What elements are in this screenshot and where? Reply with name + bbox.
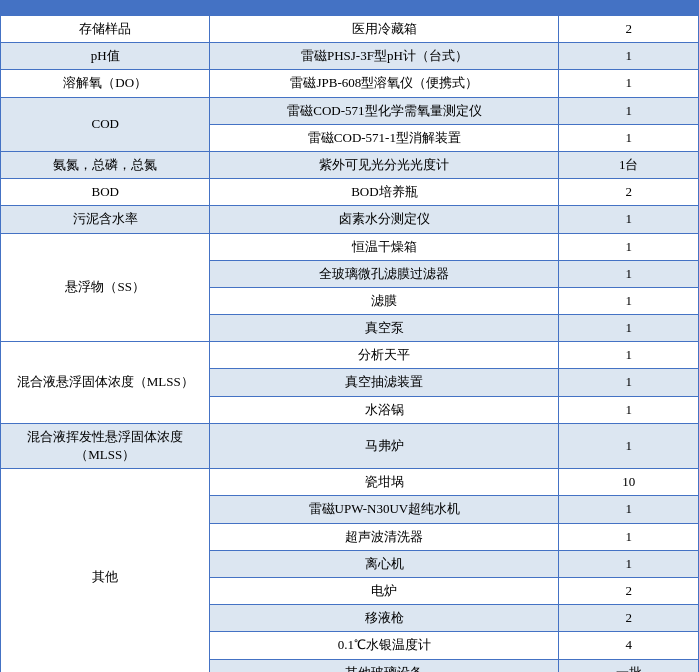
cell-equipment-name: 医用冷藏箱 bbox=[210, 16, 559, 43]
cell-indicator: 存储样品 bbox=[1, 16, 210, 43]
cell-equipment-name: 超声波清洗器 bbox=[210, 523, 559, 550]
table-row: 其他瓷坩埚10 bbox=[1, 469, 699, 496]
cell-indicator: 混合液挥发性悬浮固体浓度（MLSS） bbox=[1, 423, 210, 468]
cell-equipment-name: 卤素水分测定仪 bbox=[210, 206, 559, 233]
table-row: 混合液悬浮固体浓度（MLSS）分析天平1 bbox=[1, 342, 699, 369]
cell-equipment-count: 1 bbox=[559, 43, 699, 70]
cell-indicator: COD bbox=[1, 97, 210, 151]
cell-equipment-name: 电炉 bbox=[210, 577, 559, 604]
cell-equipment-count: 1 bbox=[559, 260, 699, 287]
cell-equipment-name: 紫外可见光分光光度计 bbox=[210, 151, 559, 178]
table-row: pH值雷磁PHSJ-3F型pH计（台式）1 bbox=[1, 43, 699, 70]
cell-equipment-count: 1 bbox=[559, 124, 699, 151]
table-row: BODBOD培养瓶2 bbox=[1, 179, 699, 206]
table-row: 悬浮物（SS）恒温干燥箱1 bbox=[1, 233, 699, 260]
cell-equipment-name: 离心机 bbox=[210, 550, 559, 577]
cell-equipment-name: 0.1℃水银温度计 bbox=[210, 632, 559, 659]
cell-equipment-name: 雷磁JPB-608型溶氧仪（便携式） bbox=[210, 70, 559, 97]
cell-equipment-count: 1 bbox=[559, 206, 699, 233]
cell-equipment-name: 其他玻璃设备 bbox=[210, 659, 559, 672]
cell-indicator: BOD bbox=[1, 179, 210, 206]
table-row: 溶解氧（DO）雷磁JPB-608型溶氧仪（便携式）1 bbox=[1, 70, 699, 97]
cell-equipment-count: 1 bbox=[559, 496, 699, 523]
cell-equipment-name: 恒温干燥箱 bbox=[210, 233, 559, 260]
cell-equipment-name: 雷磁COD-571-1型消解装置 bbox=[210, 124, 559, 151]
cell-equipment-name: 真空抽滤装置 bbox=[210, 369, 559, 396]
cell-equipment-count: 4 bbox=[559, 632, 699, 659]
table-row: COD雷磁COD-571型化学需氧量测定仪1 bbox=[1, 97, 699, 124]
cell-equipment-count: 1 bbox=[559, 369, 699, 396]
cell-equipment-count: 1 bbox=[559, 396, 699, 423]
cell-equipment-count: 2 bbox=[559, 577, 699, 604]
cell-equipment-name: 真空泵 bbox=[210, 315, 559, 342]
table-row: 污泥含水率卤素水分测定仪1 bbox=[1, 206, 699, 233]
cell-indicator: 溶解氧（DO） bbox=[1, 70, 210, 97]
cell-indicator: 其他 bbox=[1, 469, 210, 672]
cell-equipment-name: 全玻璃微孔滤膜过滤器 bbox=[210, 260, 559, 287]
cell-indicator: 混合液悬浮固体浓度（MLSS） bbox=[1, 342, 210, 424]
cell-indicator: pH值 bbox=[1, 43, 210, 70]
header-indicator bbox=[1, 1, 210, 16]
cell-equipment-count: 1 bbox=[559, 342, 699, 369]
table-header-row bbox=[1, 1, 699, 16]
cell-equipment-name: 滤膜 bbox=[210, 287, 559, 314]
cell-indicator: 氨氮，总磷，总氮 bbox=[1, 151, 210, 178]
table-row: 存储样品医用冷藏箱2 bbox=[1, 16, 699, 43]
cell-equipment-count: 10 bbox=[559, 469, 699, 496]
cell-equipment-count: 2 bbox=[559, 605, 699, 632]
main-table-container: 存储样品医用冷藏箱2pH值雷磁PHSJ-3F型pH计（台式）1溶解氧（DO）雷磁… bbox=[0, 0, 699, 672]
cell-indicator: 悬浮物（SS） bbox=[1, 233, 210, 342]
cell-equipment-name: BOD培养瓶 bbox=[210, 179, 559, 206]
cell-equipment-count: 1 bbox=[559, 423, 699, 468]
cell-equipment-name: 马弗炉 bbox=[210, 423, 559, 468]
table-row: 混合液挥发性悬浮固体浓度（MLSS）马弗炉1 bbox=[1, 423, 699, 468]
cell-indicator: 污泥含水率 bbox=[1, 206, 210, 233]
cell-equipment-count: 1 bbox=[559, 523, 699, 550]
cell-equipment-name: 分析天平 bbox=[210, 342, 559, 369]
cell-equipment-name: 雷磁COD-571型化学需氧量测定仪 bbox=[210, 97, 559, 124]
cell-equipment-count: 2 bbox=[559, 179, 699, 206]
cell-equipment-count: 1 bbox=[559, 287, 699, 314]
cell-equipment-count: 1 bbox=[559, 315, 699, 342]
cell-equipment-name: 移液枪 bbox=[210, 605, 559, 632]
table-row: 氨氮，总磷，总氮紫外可见光分光光度计1台 bbox=[1, 151, 699, 178]
cell-equipment-name: 水浴锅 bbox=[210, 396, 559, 423]
cell-equipment-count: 2 bbox=[559, 16, 699, 43]
cell-equipment-count: 1台 bbox=[559, 151, 699, 178]
cell-equipment-name: 雷磁PHSJ-3F型pH计（台式） bbox=[210, 43, 559, 70]
equipment-table: 存储样品医用冷藏箱2pH值雷磁PHSJ-3F型pH计（台式）1溶解氧（DO）雷磁… bbox=[0, 0, 699, 672]
header-count bbox=[559, 1, 699, 16]
cell-equipment-count: 1 bbox=[559, 550, 699, 577]
cell-equipment-count: 1 bbox=[559, 97, 699, 124]
cell-equipment-name: 雷磁UPW-N30UV超纯水机 bbox=[210, 496, 559, 523]
cell-equipment-count: 一批 bbox=[559, 659, 699, 672]
cell-equipment-count: 1 bbox=[559, 233, 699, 260]
header-name bbox=[210, 1, 559, 16]
cell-equipment-name: 瓷坩埚 bbox=[210, 469, 559, 496]
cell-equipment-count: 1 bbox=[559, 70, 699, 97]
